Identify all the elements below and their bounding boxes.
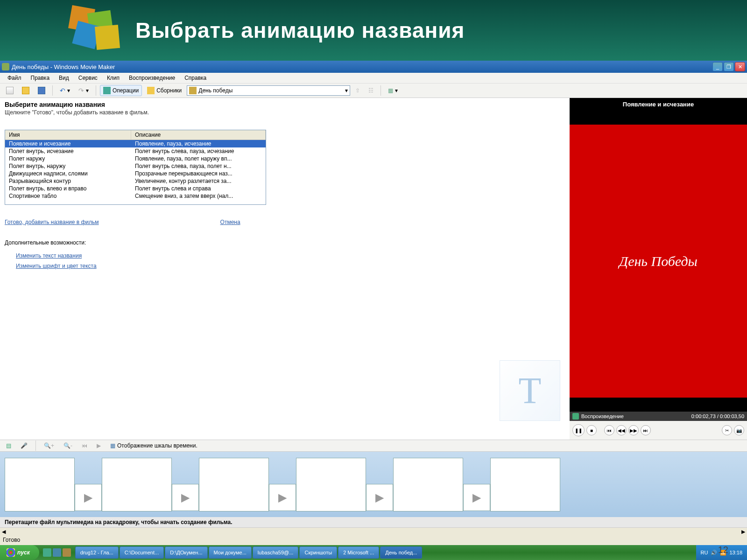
preview-controls: ❚❚ ■ ⏮ ◀◀ ▶▶ ⏭ ✂ 📷 [570,421,747,440]
play-icon: ▶ [97,442,101,449]
stop-button[interactable]: ■ [586,425,597,435]
cancel-link[interactable]: Отмена [220,219,240,225]
tray-icon[interactable]: 🔊 [711,550,717,556]
minimize-button[interactable]: _ [712,62,723,71]
menu-edit[interactable]: Правка [26,73,55,83]
timeline-toggle[interactable]: ▤ [3,441,14,451]
edit-font-link[interactable]: Изменить шрифт и цвет текста [16,263,565,269]
storyboard-transition[interactable]: ▶ [75,484,102,511]
anim-row[interactable]: Разрывающийся контурУвеличение, контур р… [5,177,266,185]
rewind-timeline-button[interactable]: ⏮ [78,441,91,451]
location-select[interactable]: День победы ▾ [187,85,350,96]
lang-indicator[interactable]: RU [701,550,708,555]
storyboard-clip[interactable] [199,458,269,511]
collection-icon [189,87,197,94]
save-button[interactable] [35,85,49,96]
close-button[interactable]: ✕ [735,62,745,71]
props-button[interactable]: ☷ [365,85,377,96]
open-button[interactable] [19,85,33,96]
task-item[interactable]: lubascha59@... [253,546,299,559]
menu-tools[interactable]: Сервис [74,73,102,83]
storyboard-transition[interactable]: ▶ [366,484,393,511]
storyboard-clip[interactable] [5,458,75,511]
task-item-active[interactable]: День побед... [380,546,422,559]
storyboard-clip[interactable] [393,458,463,511]
statusbar: Готово [0,536,747,545]
storyboard[interactable]: ▶ ▶ ▶ ▶ ▶ [0,452,747,517]
col-name[interactable]: Имя [5,130,131,140]
more-options-title: Дополнительные возможности: [5,239,565,246]
anim-row[interactable]: Полет внутрь, влево и вправоПолет внутрь… [5,185,266,192]
undo-button[interactable]: ↶ ▾ [56,85,73,96]
zoom-in-button[interactable]: 🔍+ [41,441,57,451]
preview-panel: Появление и исчезание День Победы Воспро… [570,98,747,440]
redo-button[interactable]: ↷ ▾ [75,85,92,96]
play-timeline-button[interactable]: ▶ [93,441,104,451]
task-item[interactable]: Скриншоты [299,546,337,559]
preview-effect-label: Появление и исчезание [570,98,747,111]
task-item[interactable]: C:\Document... [120,546,164,559]
snapshot-button[interactable]: 📷 [734,425,744,435]
storyboard-transition[interactable]: ▶ [172,484,199,511]
app-icon [2,63,9,70]
menu-play[interactable]: Воспроизведение [124,73,180,83]
menu-view[interactable]: Вид [54,73,74,83]
menubar: Файл Правка Вид Сервис Клип Воспроизведе… [0,73,747,83]
ql-icon[interactable] [63,548,71,557]
done-link[interactable]: Готово, добавить название в фильм [5,219,99,225]
up-button[interactable]: ⇧ [352,85,363,96]
split-button[interactable]: ✂ [722,425,732,435]
task-item[interactable]: 2 Microsoft ... [338,546,379,559]
task-item[interactable]: D:\ДОкумен... [165,546,207,559]
preview-viewport: День Победы [570,125,747,398]
storyboard-transition[interactable]: ▶ [269,484,296,511]
anim-row[interactable]: Полет внутрь, исчезаниеПолет внутрь слев… [5,147,266,155]
col-desc[interactable]: Описание [131,130,266,140]
menu-help[interactable]: Справка [180,73,211,83]
clock[interactable]: 13:18 [729,550,742,555]
app-window: День победы - Windows Movie Maker _ ❐ ✕ … [0,61,747,560]
title-thumbnail: T [500,360,560,421]
ql-icon[interactable] [53,548,61,557]
ql-icon[interactable] [43,548,51,557]
task-item[interactable]: Мои докуме... [209,546,252,559]
anim-row[interactable]: Полет наружуПоявление, пауза, полет нару… [5,155,266,162]
task-title: Выберите анимацию названия [5,101,565,108]
slide-title: Выбрать анимацию названия [135,18,465,43]
anim-row[interactable]: Полет внутрь, наружуПолет внутрь слева, … [5,162,266,170]
animation-list[interactable]: Появление и исчезаниеПоявление, пауза, и… [5,140,266,204]
task-item[interactable]: drug12 - Гла... [75,546,119,559]
menu-clip[interactable]: Клип [102,73,124,83]
pause-button[interactable]: ❚❚ [572,424,585,436]
task-panel: Выберите анимацию названия Щелкните "Гот… [0,98,570,440]
anim-row[interactable]: Спортивное таблоСмещение вниз, а затем в… [5,192,266,200]
anim-row[interactable]: Движущиеся надписи, слоямиПрозрачные пер… [5,170,266,177]
new-icon [6,87,14,94]
collections-button[interactable]: Сборники [144,85,185,96]
storyboard-clip[interactable] [296,458,366,511]
narrate-button[interactable]: 🎤 [17,441,31,451]
h-scrollbar[interactable]: ◀▶ [0,527,747,536]
view-button[interactable]: ▦ ▾ [385,85,401,96]
rewind-button[interactable]: ◀◀ [616,425,627,435]
maximize-button[interactable]: ❐ [724,62,734,71]
preview-title-text: День Победы [619,253,698,269]
next-button[interactable]: ⏭ [641,425,651,435]
storyboard-clip[interactable] [490,458,560,511]
forward-button[interactable]: ▶▶ [628,425,639,435]
zoom-out-button[interactable]: 🔍- [60,441,76,451]
open-icon [22,87,29,94]
edit-text-link[interactable]: Изменить текст названия [16,252,565,259]
tasks-button[interactable]: Операции [100,85,142,96]
storyboard-clip[interactable] [102,458,172,511]
menu-file[interactable]: Файл [3,73,26,83]
props-icon: ☷ [368,87,374,94]
new-button[interactable] [3,85,17,96]
start-button[interactable]: пуск [0,545,39,560]
preview-status: Воспроизведение [581,413,624,419]
svg-rect-3 [95,25,120,50]
anim-row[interactable]: Появление и исчезаниеПоявление, пауза, и… [5,140,266,147]
show-timeline-button[interactable]: ▦Отображение шкалы времени. [107,441,201,451]
storyboard-transition[interactable]: ▶ [463,484,490,511]
prev-button[interactable]: ⏮ [604,425,614,435]
